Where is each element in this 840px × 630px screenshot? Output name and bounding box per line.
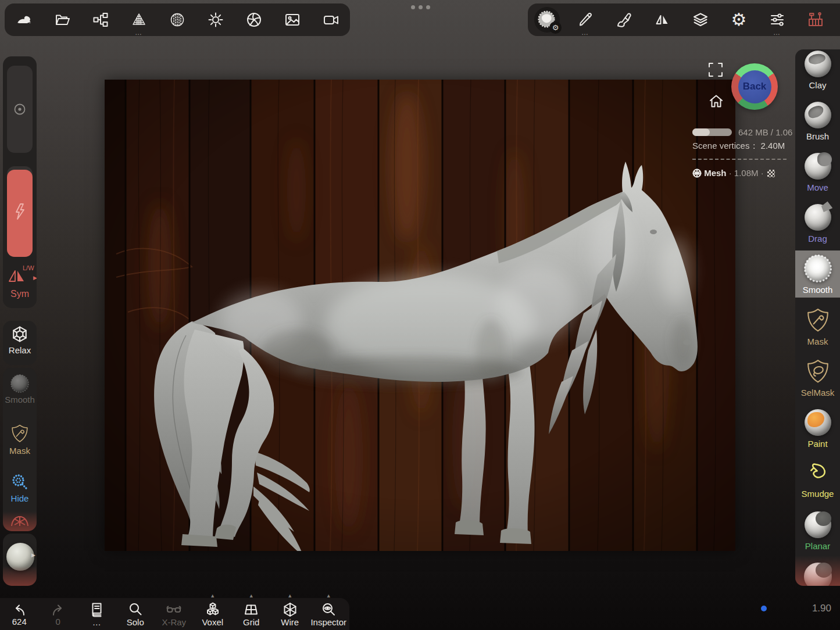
camera-icon bbox=[323, 12, 339, 28]
left-material-scroll-fade bbox=[3, 566, 37, 586]
sliders-icon bbox=[769, 12, 785, 28]
tool-settings-gear-icon[interactable]: ⚙ bbox=[549, 22, 562, 34]
sym-expand-arrow[interactable]: ▶ bbox=[33, 275, 37, 281]
matcap-expand-arrow[interactable]: ▶ bbox=[31, 552, 35, 558]
wire-caret-icon[interactable]: ▲ bbox=[287, 593, 292, 599]
undo-button[interactable]: 624 bbox=[0, 598, 39, 630]
smooth-quick-label: Smooth bbox=[5, 395, 35, 405]
relax-tool-button[interactable]: Relax bbox=[3, 325, 37, 355]
sculpt-tools-button[interactable]: ⚙ bbox=[528, 3, 566, 36]
topbar-left: … bbox=[5, 3, 350, 36]
right-sidebar-scroll-fade bbox=[795, 556, 840, 586]
voxel-caret-icon[interactable]: ▲ bbox=[210, 593, 215, 599]
interface-sliders-button[interactable]: … bbox=[758, 3, 796, 36]
tool-smooth-label: Smooth bbox=[803, 285, 833, 295]
lighting-button[interactable] bbox=[196, 3, 235, 36]
redo-icon bbox=[51, 603, 66, 617]
symmetry-toggle[interactable]: L/W ▶ Sym bbox=[3, 261, 37, 305]
zoom-level: 1.90 bbox=[802, 603, 831, 614]
tool-drag[interactable]: Drag bbox=[795, 204, 840, 244]
sym-icon bbox=[8, 268, 26, 283]
intensity-slider[interactable] bbox=[7, 166, 33, 257]
grid-label: Grid bbox=[243, 618, 259, 627]
inspector-button[interactable]: ▲ Inspector bbox=[309, 598, 348, 630]
viewport-canvas[interactable] bbox=[105, 80, 735, 551]
notes-button[interactable]: … bbox=[77, 598, 116, 630]
tool-smudge-label: Smudge bbox=[802, 489, 834, 499]
mesh-icon bbox=[692, 169, 702, 178]
grid-button[interactable]: ▲ Grid bbox=[232, 598, 271, 630]
tool-smudge[interactable]: Smudge bbox=[795, 460, 840, 499]
bottom-toolbar: 624 0 … Solo X-Ray ▲ Voxel bbox=[0, 598, 349, 630]
redo-button[interactable]: 0 bbox=[39, 598, 78, 630]
radius-slider[interactable] bbox=[7, 66, 33, 153]
smudge-finger-icon bbox=[805, 460, 831, 486]
mesh-row[interactable]: Mesh · 1.08M · bbox=[692, 168, 775, 178]
scene-graph-button[interactable] bbox=[81, 3, 120, 36]
left-tools-scroll-fade bbox=[3, 511, 37, 531]
view-back-button[interactable]: Back bbox=[731, 63, 778, 110]
settings-button[interactable]: ⚙ bbox=[720, 3, 758, 36]
mirror-icon bbox=[654, 12, 670, 28]
layers-button[interactable] bbox=[681, 3, 720, 36]
tool-brush[interactable]: Brush bbox=[795, 102, 840, 141]
grid-caret-icon[interactable]: ▲ bbox=[249, 593, 254, 599]
tool-drag-label: Drag bbox=[808, 234, 827, 244]
background-button[interactable] bbox=[273, 3, 312, 36]
paint-ball-icon bbox=[805, 409, 831, 436]
smooth-quick-button[interactable]: Smooth bbox=[3, 375, 37, 405]
debug-toolbox-button[interactable] bbox=[796, 3, 835, 36]
material-icon bbox=[169, 12, 185, 28]
fullscreen-button[interactable] bbox=[707, 61, 724, 78]
camera-button[interactable] bbox=[312, 3, 350, 36]
drag-ball-icon bbox=[805, 204, 831, 231]
tool-clay-label: Clay bbox=[809, 80, 826, 90]
notes-more: … bbox=[92, 618, 101, 627]
tool-paint[interactable]: Paint bbox=[795, 409, 840, 449]
pen-icon bbox=[577, 12, 594, 28]
tool-mask[interactable]: Mask bbox=[795, 307, 840, 346]
panel-drag-handle[interactable] bbox=[411, 5, 430, 9]
postprocess-button[interactable] bbox=[235, 3, 273, 36]
handle-dot bbox=[426, 5, 430, 9]
tool-planar[interactable]: Planar bbox=[795, 511, 840, 551]
topology-icon bbox=[131, 12, 147, 28]
paint-brush-button[interactable] bbox=[605, 3, 643, 36]
mask-shield-icon bbox=[806, 307, 830, 334]
handle-dot bbox=[419, 5, 423, 9]
app-logo-icon bbox=[15, 11, 33, 28]
tool-selmask[interactable]: SelMask bbox=[795, 358, 840, 398]
mask-quick-button[interactable]: Mask bbox=[3, 424, 37, 456]
wireframe-icon bbox=[283, 602, 298, 617]
tool-clay[interactable]: Clay bbox=[795, 51, 840, 90]
solo-button[interactable]: Solo bbox=[116, 598, 155, 630]
tool-smooth[interactable]: Smooth bbox=[795, 255, 840, 295]
voxel-button[interactable]: ▲ Voxel bbox=[194, 598, 233, 630]
hide-quick-button[interactable]: Hide bbox=[3, 472, 37, 503]
files-button[interactable] bbox=[43, 3, 81, 36]
sculpt-scene bbox=[105, 80, 735, 551]
mask-shield-icon bbox=[10, 424, 29, 443]
redo-count: 0 bbox=[56, 617, 60, 626]
notebook-icon bbox=[89, 602, 104, 617]
brush-ball-icon bbox=[805, 102, 831, 128]
memory-gauge bbox=[692, 128, 732, 136]
symmetry-button[interactable] bbox=[643, 3, 681, 36]
tool-move-label: Move bbox=[807, 182, 828, 192]
mask-quick-label: Mask bbox=[9, 446, 30, 456]
xray-button[interactable]: X-Ray bbox=[155, 598, 194, 630]
stroke-pen-button[interactable]: … bbox=[566, 3, 605, 36]
undo-count: 624 bbox=[12, 617, 27, 626]
home-view-button[interactable] bbox=[708, 93, 724, 109]
lighting-icon bbox=[208, 12, 224, 28]
material-button[interactable] bbox=[158, 3, 196, 36]
xray-glasses-icon bbox=[166, 602, 182, 617]
wire-button[interactable]: ▲ Wire bbox=[271, 598, 310, 630]
toolbox-icon bbox=[807, 11, 824, 28]
app-logo-button[interactable] bbox=[5, 3, 43, 36]
topology-button[interactable]: … bbox=[120, 3, 158, 36]
inspector-caret-icon[interactable]: ▲ bbox=[326, 593, 331, 599]
mesh-name: Mesh bbox=[704, 168, 726, 178]
tool-move[interactable]: Move bbox=[795, 153, 840, 192]
radius-icon bbox=[12, 102, 27, 117]
